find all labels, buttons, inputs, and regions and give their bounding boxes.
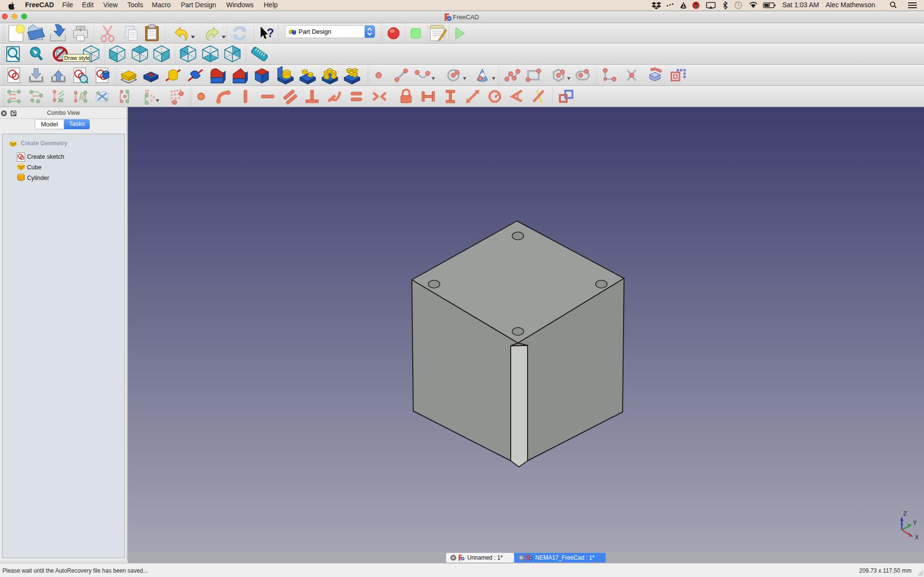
svg-text:Z: Z [903,510,907,517]
svg-text:Y: Y [913,520,917,526]
svg-text:X: X [915,534,919,541]
svg-text:?: ? [267,26,274,40]
